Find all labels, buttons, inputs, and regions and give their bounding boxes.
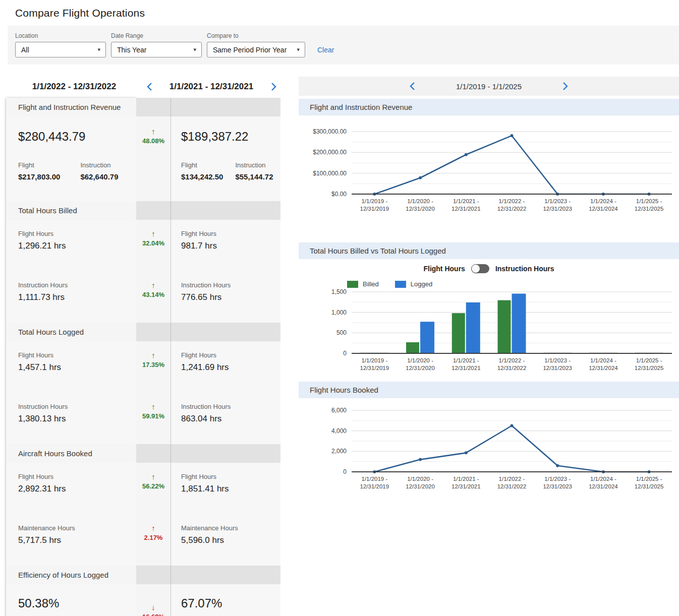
svg-text:1/1/2024 -: 1/1/2024 - <box>590 357 616 363</box>
svg-text:1/1/2021 -: 1/1/2021 - <box>453 198 479 204</box>
svg-text:1,000: 1,000 <box>331 309 347 316</box>
hours-chart-section: Total Hours Billed vs Total Hours Logged… <box>299 242 679 375</box>
section-title-efficiency: Efficiency of Hours Logged <box>6 566 136 584</box>
chart-range-forward-button[interactable] <box>558 82 572 91</box>
svg-text:1/1/2024 -: 1/1/2024 - <box>590 198 616 204</box>
toggle-right-label: Instruction Hours <box>495 265 554 273</box>
svg-text:6,000: 6,000 <box>331 407 347 414</box>
svg-text:1/1/2024 -: 1/1/2024 - <box>590 476 616 482</box>
svg-text:12/31/2020: 12/31/2020 <box>406 206 435 212</box>
arrow-down-icon: ↓ <box>136 603 171 611</box>
svg-text:1,500: 1,500 <box>331 288 347 295</box>
revenue-prior-instruction: $55,144.72 <box>235 172 273 181</box>
arrow-up-icon: ↑ <box>136 128 171 136</box>
metric-cell: Flight Hours 2,892.31 hrs <box>6 463 136 514</box>
prior-period-back-button[interactable] <box>142 82 156 91</box>
metric-cell: Instruction Hours 1,111.73 hrs <box>6 271 136 323</box>
svg-text:12/31/2025: 12/31/2025 <box>635 483 664 489</box>
booked-chart-section: Flight Hours Booked 02,0004,0006,0001/1/… <box>299 382 679 495</box>
compare-to-filter: Compare to Same Period Prior Year ▾ <box>207 32 305 57</box>
svg-text:500: 500 <box>336 329 347 336</box>
svg-text:12/31/2022: 12/31/2022 <box>497 365 527 371</box>
section-title-hours-logged: Total Hours Logged <box>6 323 136 341</box>
svg-text:12/31/2021: 12/31/2021 <box>451 483 481 489</box>
arrow-up-icon: ↑ <box>136 351 171 359</box>
svg-text:1/1/2019 -: 1/1/2019 - <box>361 476 387 482</box>
section-title-hours-booked: Aircraft Hours Booked <box>6 444 136 463</box>
revenue-prior-cell: $189,387.22 Flight $134,242.50 Instructi… <box>171 116 280 201</box>
svg-text:12/31/2025: 12/31/2025 <box>635 206 664 212</box>
svg-text:1/1/2025 -: 1/1/2025 - <box>636 476 662 482</box>
svg-text:1/1/2021 -: 1/1/2021 - <box>453 357 479 363</box>
svg-text:12/31/2024: 12/31/2024 <box>589 206 618 212</box>
svg-text:$300,000.00: $300,000.00 <box>313 128 347 135</box>
metric-cell: Flight Hours 981.7 hrs <box>171 220 280 271</box>
compare-to-value: Same Period Prior Year <box>213 46 287 54</box>
location-select[interactable]: All ▾ <box>15 42 106 57</box>
chevron-left-icon <box>410 82 415 91</box>
caret-down-icon: ▾ <box>193 46 196 53</box>
svg-text:$200,000.00: $200,000.00 <box>313 149 347 156</box>
svg-text:12/31/2021: 12/31/2021 <box>451 206 481 212</box>
location-value: All <box>21 46 29 54</box>
chevron-right-icon <box>271 82 276 91</box>
svg-text:12/31/2019: 12/31/2019 <box>360 483 389 489</box>
toggle-left-label: Flight Hours <box>423 265 465 273</box>
compare-to-select[interactable]: Same Period Prior Year ▾ <box>207 42 305 57</box>
svg-text:1/1/2020 -: 1/1/2020 - <box>407 357 433 363</box>
svg-text:1/1/2023 -: 1/1/2023 - <box>544 357 571 363</box>
location-filter: Location All ▾ <box>15 32 106 57</box>
hours-chart-title: Total Hours Billed vs Total Hours Logged <box>299 242 679 259</box>
caret-down-icon: ▾ <box>297 46 300 53</box>
svg-text:1/1/2020 -: 1/1/2020 - <box>407 198 433 204</box>
svg-text:12/31/2025: 12/31/2025 <box>635 365 664 371</box>
svg-text:12/31/2022: 12/31/2022 <box>497 206 527 212</box>
billed-swatch-icon <box>347 281 358 288</box>
arrow-up-icon: ↑ <box>136 230 171 238</box>
svg-text:1/1/2022 -: 1/1/2022 - <box>499 198 525 204</box>
current-period-label: 1/1/2022 - 12/31/2022 <box>6 82 142 92</box>
chart-range-label: 1/1/2019 - 1/1/2025 <box>456 82 522 91</box>
clear-filters-button[interactable]: Clear <box>317 46 334 54</box>
chart-range-back-button[interactable] <box>406 82 420 91</box>
metric-cell: Flight Hours 1,241.69 hrs <box>171 341 280 393</box>
date-range-value: This Year <box>117 46 146 54</box>
svg-text:0: 0 <box>343 350 347 357</box>
flight-label: Flight <box>18 161 60 169</box>
date-range-filter: Date Range This Year ▾ <box>111 32 202 57</box>
page-title: Compare Flight Operations <box>0 0 679 26</box>
svg-text:2,000: 2,000 <box>331 448 347 455</box>
change-indicator: ↑ 2.17% <box>136 514 171 541</box>
svg-text:$100,000.00: $100,000.00 <box>313 170 347 177</box>
revenue-chart-section: Flight and Instruction Revenue $0.00$100… <box>299 99 679 217</box>
hours-bar-chart: 05001,0001,5001/1/2019 -12/31/20191/1/20… <box>299 288 679 375</box>
efficiency-change: ↓ 16.69% <box>136 584 171 616</box>
revenue-line-chart: $0.00$100,000.00$200,000.00$300,000.001/… <box>299 115 679 217</box>
prior-period-label: 1/1/2021 - 12/31/2021 <box>156 82 266 92</box>
flight-instruction-toggle[interactable] <box>471 264 489 273</box>
compare-to-label: Compare to <box>207 32 305 39</box>
change-indicator: ↑ 17.35% <box>136 341 171 368</box>
date-range-select[interactable]: This Year ▾ <box>111 42 202 57</box>
date-range-label: Date Range <box>111 32 202 39</box>
arrow-up-icon: ↑ <box>136 524 171 532</box>
svg-text:12/31/2019: 12/31/2019 <box>360 365 389 371</box>
arrow-up-icon: ↑ <box>136 473 171 481</box>
change-indicator: ↑ 59.91% <box>136 393 171 420</box>
svg-text:12/31/2023: 12/31/2023 <box>543 365 572 371</box>
caret-down-icon: ▾ <box>97 46 100 53</box>
svg-text:1/1/2023 -: 1/1/2023 - <box>544 198 571 204</box>
filter-bar: Location All ▾ Date Range This Year ▾ Co… <box>8 26 679 65</box>
revenue-prior-total: $189,387.22 <box>181 130 280 144</box>
hours-chart-legend: Billed Logged <box>347 280 679 288</box>
metric-cell: Instruction Hours 863.04 hrs <box>171 393 280 444</box>
revenue-prior-flight: $134,242.50 <box>181 172 223 181</box>
metric-cell: Instruction Hours 776.65 hrs <box>171 271 280 323</box>
svg-text:1/1/2022 -: 1/1/2022 - <box>499 357 525 363</box>
efficiency-current-cell: 50.38% Hours Logged 1,457.1 hrs Hours Bo… <box>6 584 136 616</box>
svg-text:1/1/2022 -: 1/1/2022 - <box>499 476 525 482</box>
metric-cell: Maintenance Hours 5,596.0 hrs <box>171 514 280 566</box>
prior-period-forward-button[interactable] <box>266 82 280 91</box>
svg-text:12/31/2021: 12/31/2021 <box>451 365 481 371</box>
svg-text:4,000: 4,000 <box>331 427 347 435</box>
